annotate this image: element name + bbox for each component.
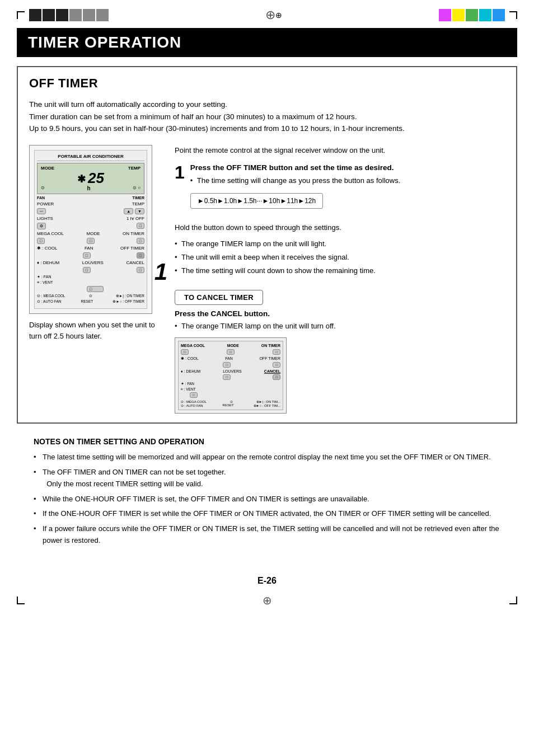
cancel-remote-inner: MEGA COOL MODE ON TIMER □ □ □ ✱ : COOL xyxy=(178,341,283,410)
cancel-louvers-btn[interactable]: □ xyxy=(223,374,231,380)
cancel-auto-fan-label: ⊙ : AUTO FAN xyxy=(181,403,203,407)
remote-timer-label: TIMER xyxy=(132,196,144,200)
remote-power-temp-row: POWER TEMP xyxy=(37,201,144,206)
remote-temp2-label: TEMP xyxy=(132,201,144,206)
cancel-fan-btn[interactable]: □ xyxy=(223,362,231,368)
remote-dehum-louvers-cancel-row: ♦ : DEHUM LOUVERS CANCEL xyxy=(37,260,144,265)
notes-item-4: If the ONE-HOUR OFF TIMER is set while t… xyxy=(34,508,500,520)
two-column-layout: PORTABLE AIR CONDITIONER MODE TEMP ✱ 25 xyxy=(29,145,505,414)
bullet-orange-lamp: The orange TIMER lamp on the unit will l… xyxy=(175,238,505,250)
off-timer-description: The unit will turn off automatically acc… xyxy=(29,98,505,135)
step-1-number: 1 xyxy=(175,163,185,215)
remote-vent-btn[interactable]: □ xyxy=(87,286,104,292)
cancel-mega-btn[interactable]: □ xyxy=(181,349,189,355)
bullet-countdown: The time setting will count down to show… xyxy=(175,265,505,276)
remote-1hr-btn[interactable]: □ xyxy=(137,223,144,229)
main-content: OFF TIMER The unit will turn off automat… xyxy=(0,57,534,570)
remote-mode-label: MODE xyxy=(41,166,54,171)
remote-mega-cool-btn[interactable]: □ xyxy=(37,238,45,244)
remote-fan3-label: ✦ : FAN xyxy=(37,275,51,279)
bottom-crosshair: ⊕ xyxy=(263,594,272,607)
step-1-row: 1 Press the OFF TIMER button and set the… xyxy=(175,163,505,215)
cancel-remote-illustration: MEGA COOL MODE ON TIMER □ □ □ ✱ : COOL xyxy=(175,337,287,414)
cancel-cancel-btn[interactable]: □ xyxy=(273,374,280,380)
bottom-right-corner-mark xyxy=(509,597,517,604)
notes-item-5: If a power failure occurs while the OFF … xyxy=(34,523,500,547)
remote-off-timer-label: OFF TIMER xyxy=(120,246,144,251)
left-column: PORTABLE AIR CONDITIONER MODE TEMP ✱ 25 xyxy=(29,145,163,414)
remote-brand-label: PORTABLE AIR CONDITIONER xyxy=(37,154,144,161)
remote-louvers-label: LOUVERS xyxy=(82,260,104,265)
remote-mega-cool2-label: ⊙ : MEGA COOL xyxy=(37,294,65,298)
remote-reset-label: RESET xyxy=(81,299,93,303)
remote-temp-up-btn[interactable]: ▲ xyxy=(124,208,133,214)
top-right-corner-mark xyxy=(509,11,517,19)
notes-item-3: While the ONE-HOUR OFF TIMER is set, the… xyxy=(34,494,500,505)
step-1-bullet-1: The time setting will change as you pres… xyxy=(190,175,400,186)
cancel-subtitle: Press the CANCEL button. xyxy=(175,309,505,318)
timer-sequence: ►0.5h►1.0h►1.5h···►10h►11h►12h xyxy=(190,193,323,209)
remote-mega-mode-on-btns: □ □ □ xyxy=(37,238,144,244)
remote-display: MODE TEMP ✱ 25 ⊙ h ⊙ ○ xyxy=(37,163,144,194)
remote-lights-btn[interactable]: ⊙ xyxy=(37,223,46,229)
cancel-remote-cool-fan-off-btns: □ □ xyxy=(181,362,280,368)
remote-off-timer2-label: ⊕►○ : OFF TIMER xyxy=(113,299,144,304)
page-number: E-26 xyxy=(0,570,534,591)
remote-off-timer-btn[interactable]: □ xyxy=(137,252,144,259)
top-registration-marks: ⊕ xyxy=(0,0,534,28)
display-caption: Display shown when you set the unit to t… xyxy=(29,320,163,342)
right-column: Point the remote control at the signal r… xyxy=(175,145,505,414)
bullet-beep: The unit will emit a beep when it receiv… xyxy=(175,252,505,263)
remote-fan-btn[interactable]: □ xyxy=(83,252,91,259)
cancel-bullet: The orange TIMER lamp on the unit will t… xyxy=(175,321,505,332)
cancel-remote-vent-label: ✦ : FAN xyxy=(181,382,280,386)
remote-temp-down-btn[interactable]: ▼ xyxy=(135,208,144,214)
remote-on-timer-btn[interactable]: □ xyxy=(137,238,144,244)
cancel-remote-vent2-label: ≡ : VENT xyxy=(181,387,280,391)
remote-vent-btn-row: □ xyxy=(37,286,144,292)
cancel-remote-mode: MODE xyxy=(227,344,239,348)
hold-text: Hold the button down to speed through th… xyxy=(175,222,505,233)
cancel-reset-label: RESET xyxy=(223,403,234,407)
black-bars-left xyxy=(29,9,109,21)
cancel-off-timer-btn[interactable]: □ xyxy=(273,362,280,368)
cancel-remote-on-timer: ON TIMER xyxy=(261,344,280,348)
cancel-off-timer-label: OFF TIMER xyxy=(259,356,280,361)
off-timer-title: OFF TIMER xyxy=(29,76,505,91)
cancel-remote-top-labels: MEGA COOL MODE ON TIMER xyxy=(181,344,280,348)
cancel-vent-btn[interactable]: □ xyxy=(190,392,198,398)
remote-dehum-label: ♦ : DEHUM xyxy=(37,260,59,265)
cancel-remote-vent-btn-row: □ xyxy=(181,392,280,398)
off-timer-section: OFF TIMER The unit will turn off automat… xyxy=(17,66,517,424)
cancel-mode-btn[interactable]: □ xyxy=(227,349,235,355)
remote-mode-btn[interactable]: □ xyxy=(87,238,95,244)
cancel-timer-section: TO CANCEL TIMER Press the CANCEL button.… xyxy=(175,284,505,414)
remote-power-btns-row: ··· ▲ ▼ xyxy=(37,208,144,214)
page-title: TIMER OPERATION xyxy=(17,28,517,57)
color-bars-right xyxy=(439,9,505,21)
step-1-content: Press the OFF TIMER button and set the t… xyxy=(190,163,400,215)
remote-cancel-btn[interactable]: □ xyxy=(137,267,144,273)
cancel-fan-label: FAN xyxy=(225,356,233,361)
cancel-remote-top-btns: □ □ □ xyxy=(181,349,280,355)
notes-item-1: The latest time setting will be memorize… xyxy=(34,452,500,463)
remote-louvers-btn[interactable]: □ xyxy=(83,267,91,273)
cancel-cancel-label: CANCEL xyxy=(264,369,280,373)
cancel-on-timer-btn[interactable]: □ xyxy=(273,349,280,355)
cancel-remote-cool-fan-off-labels: ✱ : COOL FAN OFF TIMER xyxy=(181,356,280,361)
remote-fan-timer-labels: FAN TIMER xyxy=(37,196,144,200)
remote-fan-label: FAN xyxy=(37,196,45,200)
remote-dehum-louvers-cancel-btns: □ □ xyxy=(37,267,144,273)
remote-power-btn[interactable]: ··· xyxy=(37,208,46,214)
remote-mega-cool-label: MEGA COOL xyxy=(37,231,64,236)
point-text: Point the remote control at the signal r… xyxy=(175,145,505,156)
remote-mode2-label: MODE xyxy=(87,231,100,236)
cancel-mega-cool2-label: ⊙ : MEGA COOL xyxy=(181,400,207,403)
remote-icons-row: ✦ : FAN xyxy=(37,275,144,279)
remote-cool-label: ✱ : COOL xyxy=(37,246,57,251)
remote-cancel-label: CANCEL xyxy=(127,260,144,265)
notes-section: NOTES ON TIMER SETTING AND OPERATION The… xyxy=(17,437,517,561)
remote-lights-btns-row: ⊙ □ xyxy=(37,223,144,229)
cancel-dehum-label: ♦ : DEHUM xyxy=(181,369,200,373)
remote-bottom-labels2: ⊙ : AUTO FAN RESET ⊕►○ : OFF TIMER xyxy=(37,299,144,304)
